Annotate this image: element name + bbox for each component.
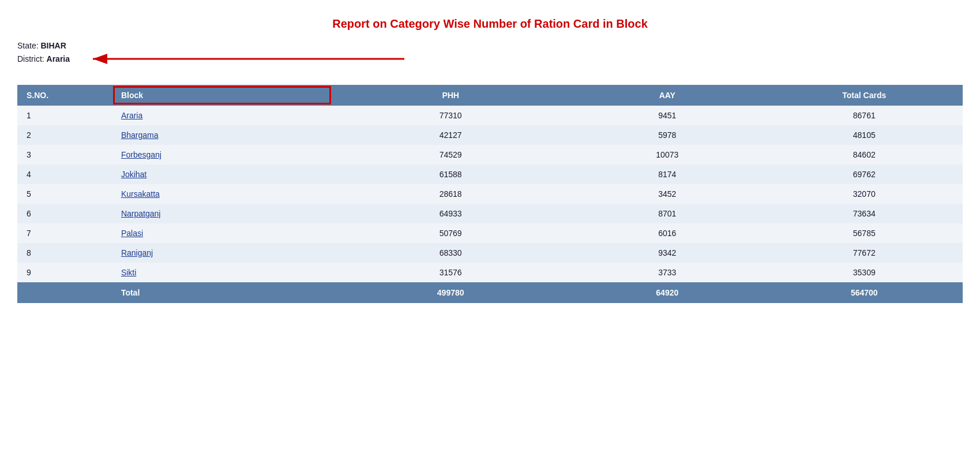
district-line: District: Araria: [17, 54, 70, 63]
cell-block[interactable]: Palasi: [112, 223, 332, 243]
cell-phh: 77310: [332, 106, 569, 125]
cell-phh: 50769: [332, 223, 569, 243]
footer-aay: 64920: [569, 282, 765, 303]
state-label: State:: [17, 41, 39, 50]
cell-sno: 3: [17, 145, 112, 165]
cell-block[interactable]: Kursakatta: [112, 184, 332, 204]
table-row: 3Forbesganj745291007384602: [17, 145, 963, 165]
cell-sno: 1: [17, 106, 112, 125]
district-value: Araria: [47, 54, 70, 63]
arrow-indicator: [76, 50, 410, 68]
cell-phh: 28618: [332, 184, 569, 204]
cell-block[interactable]: Bhargama: [112, 125, 332, 145]
cell-total: 77672: [766, 243, 963, 263]
cell-block[interactable]: Sikti: [112, 263, 332, 282]
info-block: State: BIHAR District: Araria: [17, 41, 963, 68]
table-row: 1Araria77310945186761: [17, 106, 963, 125]
cell-block[interactable]: Forbesganj: [112, 145, 332, 165]
cell-sno: 6: [17, 204, 112, 223]
cell-total: 86761: [766, 106, 963, 125]
cell-block[interactable]: Raniganj: [112, 243, 332, 263]
table-footer-row: Total 499780 64920 564700: [17, 282, 963, 303]
footer-total: 564700: [766, 282, 963, 303]
table-row: 4Jokihat61588817469762: [17, 165, 963, 184]
cell-phh: 42127: [332, 125, 569, 145]
cell-aay: 9451: [569, 106, 765, 125]
cell-aay: 3452: [569, 184, 765, 204]
cell-sno: 8: [17, 243, 112, 263]
header-block: Block: [112, 85, 332, 106]
cell-aay: 3733: [569, 263, 765, 282]
cell-aay: 6016: [569, 223, 765, 243]
cell-aay: 10073: [569, 145, 765, 165]
cell-phh: 74529: [332, 145, 569, 165]
cell-aay: 5978: [569, 125, 765, 145]
state-value: BIHAR: [40, 41, 66, 50]
header-total-cards: Total Cards: [766, 85, 963, 106]
cell-sno: 5: [17, 184, 112, 204]
table-row: 2Bhargama42127597848105: [17, 125, 963, 145]
cell-total: 69762: [766, 165, 963, 184]
cell-total: 32070: [766, 184, 963, 204]
footer-label: Total: [112, 282, 332, 303]
table-header-row: S.NO. Block PHH AAY Total Cards: [17, 85, 963, 106]
cell-total: 48105: [766, 125, 963, 145]
state-line: State: BIHAR: [17, 41, 963, 50]
main-table: S.NO. Block PHH AAY Total Cards 1Araria7…: [17, 85, 963, 303]
cell-block[interactable]: Araria: [112, 106, 332, 125]
cell-block[interactable]: Narpatganj: [112, 204, 332, 223]
cell-sno: 2: [17, 125, 112, 145]
cell-phh: 31576: [332, 263, 569, 282]
cell-total: 84602: [766, 145, 963, 165]
page-title: Report on Category Wise Number of Ration…: [17, 17, 963, 31]
header-phh: PHH: [332, 85, 569, 106]
cell-phh: 61588: [332, 165, 569, 184]
table-row: 8Raniganj68330934277672: [17, 243, 963, 263]
header-sno: S.NO.: [17, 85, 112, 106]
cell-sno: 9: [17, 263, 112, 282]
footer-empty: [17, 282, 112, 303]
table-row: 5Kursakatta28618345232070: [17, 184, 963, 204]
cell-phh: 64933: [332, 204, 569, 223]
cell-aay: 8174: [569, 165, 765, 184]
table-row: 7Palasi50769601656785: [17, 223, 963, 243]
cell-total: 56785: [766, 223, 963, 243]
header-aay: AAY: [569, 85, 765, 106]
cell-total: 35309: [766, 263, 963, 282]
cell-sno: 4: [17, 165, 112, 184]
footer-phh: 499780: [332, 282, 569, 303]
svg-marker-1: [93, 54, 107, 64]
table-row: 6Narpatganj64933870173634: [17, 204, 963, 223]
table-row: 9Sikti31576373335309: [17, 263, 963, 282]
cell-phh: 68330: [332, 243, 569, 263]
cell-sno: 7: [17, 223, 112, 243]
cell-aay: 8701: [569, 204, 765, 223]
cell-aay: 9342: [569, 243, 765, 263]
cell-total: 73634: [766, 204, 963, 223]
district-label: District:: [17, 54, 44, 63]
cell-block[interactable]: Jokihat: [112, 165, 332, 184]
block-highlight: [113, 86, 331, 104]
